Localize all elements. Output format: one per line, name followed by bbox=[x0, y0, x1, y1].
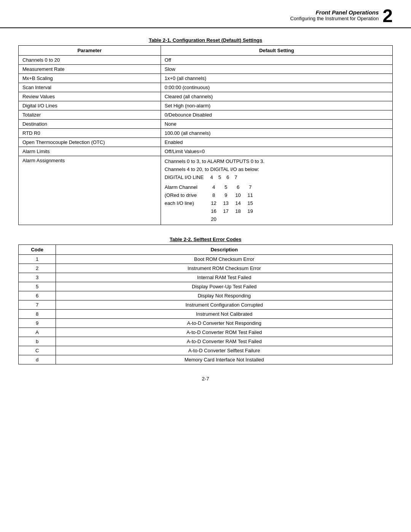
chapter-number: 2 bbox=[382, 7, 393, 25]
code-cell: 5 bbox=[19, 282, 56, 291]
ac-num: 15 bbox=[247, 200, 254, 208]
default-cell: 1x+0 (all channels) bbox=[161, 74, 392, 83]
page-number: 2-7 bbox=[202, 376, 209, 382]
digital-io-nums: 4567 bbox=[210, 174, 237, 182]
param-cell: Digital I/O Lines bbox=[19, 101, 161, 110]
param-cell: Totalizer bbox=[19, 110, 161, 120]
table-row: Alarm LimitsOff/Limit Values=0 bbox=[19, 147, 393, 156]
table-row: DestinationNone bbox=[19, 120, 393, 129]
description-cell: Instrument Not Calibrated bbox=[56, 310, 393, 319]
ac-num: 18 bbox=[235, 208, 242, 216]
description-cell: A-to-D Converter Not Responding bbox=[56, 319, 393, 328]
default-cell: Enabled bbox=[161, 138, 392, 147]
default-cell: 0:00:00 (continuous) bbox=[161, 83, 392, 92]
ac-row-1: Alarm Channel 4567 bbox=[165, 184, 389, 192]
table-row: AA-to-D Converter ROM Test Failed bbox=[19, 328, 393, 337]
param-cell: Destination bbox=[19, 120, 161, 129]
table-row: 8Instrument Not Calibrated bbox=[19, 310, 393, 319]
ac-num: 7 bbox=[247, 184, 254, 192]
table-row: Measurement RateSlow bbox=[19, 65, 393, 74]
aa-line1: Channels 0 to 3, to ALARM OUTPUTS 0 to 3… bbox=[165, 158, 389, 166]
code-cell: 8 bbox=[19, 310, 56, 319]
param-cell: Channels 0 to 20 bbox=[19, 56, 161, 65]
code-cell: b bbox=[19, 337, 56, 346]
digital-io-label: DIGITAL I/O LINE bbox=[165, 174, 210, 182]
ac-num: 20 bbox=[210, 216, 217, 224]
alarm-channel-label: Alarm Channel bbox=[165, 184, 210, 192]
table-row: bA-to-D Converter RAM Test Failed bbox=[19, 337, 393, 346]
code-cell: 1 bbox=[19, 255, 56, 264]
table-row: 5Display Power-Up Test Failed bbox=[19, 282, 393, 291]
table-row: Digital I/O LinesSet High (non-alarm) bbox=[19, 101, 393, 110]
table2-title: Table 2-2. Selftest Error Codes bbox=[18, 236, 393, 242]
ac-num: 17 bbox=[223, 208, 229, 216]
page-header: Front Panel Operations Configuring the I… bbox=[0, 0, 411, 28]
default-cell: None bbox=[161, 120, 392, 129]
ac-row-4: 16171819 bbox=[165, 208, 389, 216]
table-row: Scan Interval0:00:00 (continuous) bbox=[19, 83, 393, 92]
param-cell: Scan Interval bbox=[19, 83, 161, 92]
table-row: Totalizer0/Debounce Disabled bbox=[19, 110, 393, 120]
table2-col1-header: Code bbox=[19, 245, 56, 255]
param-cell: Alarm Limits bbox=[19, 147, 161, 156]
ored-label: (ORed to drive bbox=[165, 192, 210, 200]
alarm-channel-nums: 4567 bbox=[210, 184, 254, 192]
table-row: Review ValuesCleared (all channels) bbox=[19, 92, 393, 101]
ac-row-5: 20 bbox=[165, 216, 389, 224]
aa-line2: Channels 4 to 20, to DIGITAL I/O as belo… bbox=[165, 166, 389, 174]
page-footer: 2-7 bbox=[18, 376, 393, 389]
table-row: 9A-to-D Converter Not Responding bbox=[19, 319, 393, 328]
table-row: 1Boot ROM Checksum Error bbox=[19, 255, 393, 264]
ac-num: 11 bbox=[247, 192, 254, 200]
default-cell: 0/Debounce Disabled bbox=[161, 110, 392, 120]
ac-num: 12 bbox=[210, 200, 217, 208]
ac-num: 4 bbox=[210, 184, 217, 192]
each-nums1: 12131415 bbox=[210, 200, 254, 208]
param-cell: Review Values bbox=[19, 92, 161, 101]
description-cell: Instrument ROM Checksum Error bbox=[56, 264, 393, 273]
table1: Parameter Default Setting Channels 0 to … bbox=[18, 45, 393, 225]
table1-title: Table 2-1. Configuration Reset (Default)… bbox=[18, 37, 393, 43]
table-row: 6Display Not Responding bbox=[19, 291, 393, 300]
description-cell: Internal RAM Test Failed bbox=[56, 273, 393, 282]
description-cell: A-to-D Converter RAM Test Failed bbox=[56, 337, 393, 346]
ac-num: 8 bbox=[210, 192, 217, 200]
table-row: CA-to-D Converter Selftest Failure bbox=[19, 346, 393, 355]
table-row: RTD R0100.00 (all channels) bbox=[19, 129, 393, 138]
default-cell: 100.00 (all channels) bbox=[161, 129, 392, 138]
table-row: Mx+B Scaling1x+0 (all channels) bbox=[19, 74, 393, 83]
table-row: Open Thermocouple Detection (OTC)Enabled bbox=[19, 138, 393, 147]
digital-io-num: 5 bbox=[218, 174, 221, 182]
default-cell: Off/Limit Values=0 bbox=[161, 147, 392, 156]
ored-nums: 891011 bbox=[210, 192, 254, 200]
ac-row-3: each I/O line) 12131415 bbox=[165, 200, 389, 208]
ac-num: 10 bbox=[235, 192, 242, 200]
description-cell: Display Not Responding bbox=[56, 291, 393, 300]
description-cell: A-to-D Converter ROM Test Failed bbox=[56, 328, 393, 337]
each-nums3: 20 bbox=[210, 216, 217, 224]
ac-row-2: (ORed to drive 891011 bbox=[165, 192, 389, 200]
param-cell: Mx+B Scaling bbox=[19, 74, 161, 83]
alarm-channel-block: Alarm Channel 4567 (ORed to drive 891011… bbox=[165, 184, 389, 223]
code-cell: 7 bbox=[19, 300, 56, 310]
code-cell: C bbox=[19, 346, 56, 355]
table-row: Channels 0 to 20Off bbox=[19, 56, 393, 65]
code-cell: 2 bbox=[19, 264, 56, 273]
table-row: 2Instrument ROM Checksum Error bbox=[19, 264, 393, 273]
table-row: 7Instrument Configuration Corrupted bbox=[19, 300, 393, 310]
header-title: Front Panel Operations bbox=[290, 9, 379, 16]
table1-col2-header: Default Setting bbox=[161, 46, 392, 56]
param-cell: Open Thermocouple Detection (OTC) bbox=[19, 138, 161, 147]
digital-io-row: DIGITAL I/O LINE 4567 bbox=[165, 174, 389, 182]
ac-num: 6 bbox=[235, 184, 242, 192]
default-cell: Cleared (all channels) bbox=[161, 92, 392, 101]
each-nums2: 16171819 bbox=[210, 208, 254, 216]
ac-num: 5 bbox=[223, 184, 229, 192]
digital-io-num: 4 bbox=[210, 174, 213, 182]
table-row: Alarm Assignments Channels 0 to 3, to AL… bbox=[19, 156, 393, 225]
alarm-assignments-value: Channels 0 to 3, to ALARM OUTPUTS 0 to 3… bbox=[165, 158, 389, 223]
ac-num: 19 bbox=[247, 208, 254, 216]
table-row: dMemory Card Interface Not Installed bbox=[19, 355, 393, 364]
default-cell: Channels 0 to 3, to ALARM OUTPUTS 0 to 3… bbox=[161, 156, 392, 225]
digital-io-num: 7 bbox=[234, 174, 237, 182]
